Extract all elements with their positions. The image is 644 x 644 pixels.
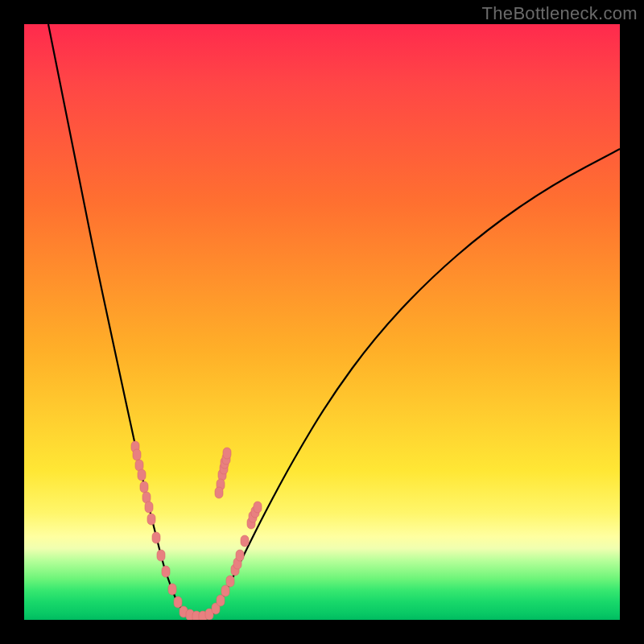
- curve-layer: [48, 24, 620, 617]
- watermark-text: TheBottleneck.com: [482, 3, 638, 24]
- data-dot: [217, 595, 225, 606]
- dot-layer: [131, 441, 262, 620]
- data-dot: [215, 487, 223, 498]
- data-dot: [241, 535, 249, 547]
- bottleneck-curve: [48, 24, 620, 617]
- data-dot: [236, 550, 244, 561]
- data-dot: [223, 448, 231, 459]
- plot-area: [24, 24, 620, 620]
- data-dot: [138, 469, 146, 481]
- data-dot: [168, 584, 176, 595]
- data-dot: [147, 514, 155, 525]
- data-dot: [226, 576, 234, 587]
- chart-frame: TheBottleneck.com: [0, 0, 644, 644]
- data-dot: [157, 550, 165, 561]
- data-dot: [145, 502, 153, 513]
- curve-svg: [24, 24, 620, 620]
- data-dot: [221, 585, 229, 597]
- data-dot: [152, 532, 160, 543]
- data-dot: [133, 449, 141, 460]
- data-dot: [140, 481, 148, 493]
- data-dot: [254, 502, 262, 513]
- data-dot: [174, 597, 182, 608]
- data-dot: [162, 566, 170, 577]
